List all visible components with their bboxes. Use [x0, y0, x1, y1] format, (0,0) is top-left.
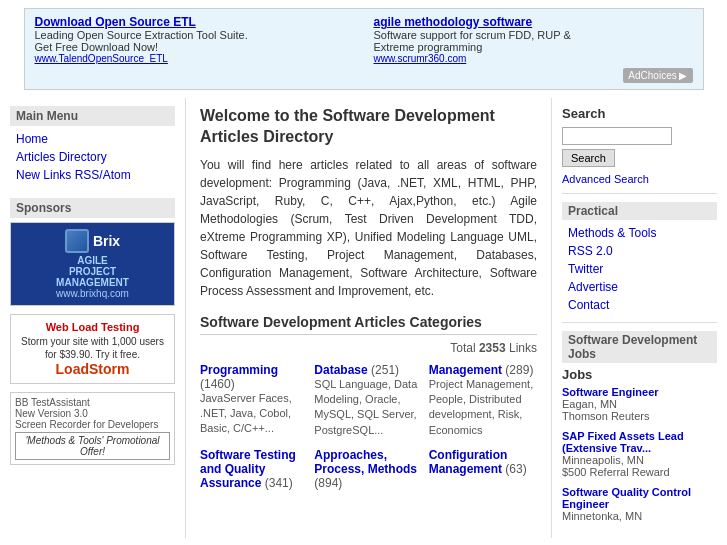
left-sidebar: Main Menu Home Articles Directory New Li…	[0, 98, 185, 538]
cat-count-management: (289)	[505, 363, 533, 377]
cat-sub-programming: JavaServer Faces, .NET, Java, Cobol, Bas…	[200, 391, 308, 437]
category-testing: Software Testing and Quality Assurance (…	[200, 448, 308, 490]
job-company-1: Thomson Reuters	[562, 410, 717, 422]
sidebar-item-home[interactable]: Home	[10, 130, 175, 148]
brix-url: www.brixhq.com	[15, 288, 170, 299]
page-title: Welcome to the Software Development Arti…	[200, 106, 537, 148]
categories-grid: Programming (1460) JavaServer Faces, .NE…	[200, 363, 537, 491]
main-intro: You will find here articles related to a…	[200, 156, 537, 300]
ad-left-line1: Leading Open Source Extraction Tool Suit…	[35, 29, 354, 41]
cat-sub-management: Project Management, People, Distributed …	[429, 377, 537, 439]
sidebar-item-articles[interactable]: Articles Directory	[10, 148, 175, 166]
categories-title: Software Development Articles Categories	[200, 314, 537, 335]
job-item-2: SAP Fixed Assets Lead (Extensive Trav...…	[562, 430, 717, 478]
search-section-title: Search	[562, 106, 717, 121]
right-sidebar: Search Search Advanced Search Practical …	[552, 98, 727, 538]
ad-right-line1: Software support for scrum FDD, RUP &	[374, 29, 693, 41]
search-input[interactable]	[562, 127, 672, 145]
job-link-2[interactable]: SAP Fixed Assets Lead (Extensive Trav...	[562, 430, 684, 454]
category-programming: Programming (1460) JavaServer Faces, .NE…	[200, 363, 308, 439]
cat-count-database: (251)	[371, 363, 399, 377]
ad-choices[interactable]: AdChoices ▶	[623, 68, 692, 83]
jobs-section-title: Software Development Jobs	[562, 331, 717, 363]
cat-link-management[interactable]: Management	[429, 363, 502, 377]
cat-sub-database: SQL Language, Data Modeling, Oracle, MyS…	[314, 377, 422, 439]
main-menu-title: Main Menu	[10, 106, 175, 126]
cat-count-config: (63)	[505, 462, 526, 476]
ad-right-title[interactable]: agile methodology software	[374, 15, 693, 29]
sponsor-bb[interactable]: BB TestAssistant New Version 3.0 Screen …	[10, 392, 175, 465]
total-count: 2353	[479, 341, 506, 355]
sponsors-section: Sponsors Brix AGILEPROJECTMANAGEMENT www…	[10, 198, 175, 465]
job-location-2: Minneapolis, MN	[562, 454, 717, 466]
job-item-1: Software Engineer Eagan, MN Thomson Reut…	[562, 386, 717, 422]
sidebar-item-rss[interactable]: New Links RSS/Atom	[10, 166, 175, 184]
ad-right-line2: Extreme programming	[374, 41, 693, 53]
sponsor-brix[interactable]: Brix AGILEPROJECTMANAGEMENT www.brixhq.c…	[10, 222, 175, 306]
brix-cube-icon	[65, 229, 89, 253]
right-link-methods-tools[interactable]: Methods & Tools	[562, 224, 717, 242]
practical-title: Practical	[562, 202, 717, 220]
right-link-contact[interactable]: Contact	[562, 296, 717, 314]
brix-tagline: AGILEPROJECTMANAGEMENT	[15, 255, 170, 288]
right-link-rss[interactable]: RSS 2.0	[562, 242, 717, 260]
search-button[interactable]: Search	[562, 149, 615, 167]
right-link-advertise[interactable]: Advertise	[562, 278, 717, 296]
bb-promo: 'Methods & Tools' Promotional Offer!	[15, 432, 170, 460]
bb-desc: Screen Recorder for Developers	[15, 419, 170, 430]
divider2	[562, 322, 717, 323]
total-suffix: Links	[509, 341, 537, 355]
job-reward-2: $500 Referral Reward	[562, 466, 717, 478]
loadstorm-logo: LoadStorm	[15, 361, 170, 377]
category-approaches: Approaches, Process, Methods (894)	[314, 448, 422, 490]
cat-count-programming: (1460)	[200, 377, 235, 391]
category-config: Configuration Management (63)	[429, 448, 537, 490]
loadstorm-title: Web Load Testing	[15, 321, 170, 333]
divider1	[562, 193, 717, 194]
job-location-3: Minnetonka, MN	[562, 510, 717, 522]
jobs-title: Jobs	[562, 367, 717, 382]
job-link-3[interactable]: Software Quality Control Engineer	[562, 486, 691, 510]
main-content: Welcome to the Software Development Arti…	[185, 98, 552, 538]
page-wrapper: Main Menu Home Articles Directory New Li…	[0, 98, 727, 538]
bb-subtitle: New Version 3.0	[15, 408, 170, 419]
category-database: Database (251) SQL Language, Data Modeli…	[314, 363, 422, 439]
job-item-3: Software Quality Control Engineer Minnet…	[562, 486, 717, 522]
ad-left: Download Open Source ETL Leading Open So…	[35, 15, 354, 64]
sponsors-title: Sponsors	[10, 198, 175, 218]
total-label: Total	[450, 341, 475, 355]
cat-count-testing: (341)	[265, 476, 293, 490]
right-link-twitter[interactable]: Twitter	[562, 260, 717, 278]
ad-left-line2: Get Free Download Now!	[35, 41, 354, 53]
ad-right-url: www.scrumr360.com	[374, 53, 693, 64]
ad-right: agile methodology software Software supp…	[374, 15, 693, 83]
sponsor-loadstorm[interactable]: Web Load Testing Storm your site with 1,…	[10, 314, 175, 384]
cat-link-approaches[interactable]: Approaches, Process, Methods	[314, 448, 417, 476]
category-management: Management (289) Project Management, Peo…	[429, 363, 537, 439]
job-link-1[interactable]: Software Engineer	[562, 386, 659, 398]
job-location-1: Eagan, MN	[562, 398, 717, 410]
cat-count-approaches: (894)	[314, 476, 342, 490]
cat-link-database[interactable]: Database	[314, 363, 367, 377]
ad-banner: Download Open Source ETL Leading Open So…	[24, 8, 704, 90]
cat-link-programming[interactable]: Programming	[200, 363, 278, 377]
search-box-wrapper: Search	[562, 127, 717, 167]
loadstorm-text: Storm your site with 1,000 users for $39…	[15, 335, 170, 361]
total-links: Total 2353 Links	[200, 341, 537, 355]
ad-left-url: www.TalendOpenSource_ETL	[35, 53, 354, 64]
cat-link-config[interactable]: Configuration Management	[429, 448, 508, 476]
ad-left-title[interactable]: Download Open Source ETL	[35, 15, 354, 29]
brix-logo: Brix	[15, 229, 170, 253]
brix-name: Brix	[93, 233, 120, 249]
bb-title: BB TestAssistant	[15, 397, 170, 408]
advanced-search-link[interactable]: Advanced Search	[562, 173, 717, 185]
